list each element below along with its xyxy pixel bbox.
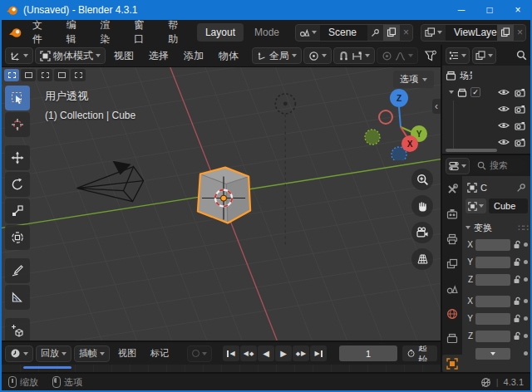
timeline-track[interactable] bbox=[2, 365, 441, 372]
outliner-display-mode-button[interactable] bbox=[472, 47, 496, 64]
tab-scene[interactable] bbox=[442, 280, 462, 297]
location-x-field[interactable] bbox=[475, 239, 510, 251]
animate-dot[interactable] bbox=[524, 243, 528, 247]
tab-tool[interactable] bbox=[442, 180, 462, 198]
expand-chevron-icon[interactable] bbox=[449, 91, 454, 94]
properties-editor-type-button[interactable] bbox=[446, 158, 470, 174]
menu-window[interactable]: 窗口 bbox=[127, 16, 160, 49]
gizmo-axis-x[interactable]: X bbox=[401, 135, 418, 152]
panel-drag-dots-icon[interactable]: ∷∷ bbox=[518, 223, 528, 233]
maximize-button[interactable]: □ bbox=[475, 0, 504, 20]
disable-render-camera-icon[interactable] bbox=[515, 105, 526, 114]
sidebar-collapse-arrow[interactable]: ‹ bbox=[432, 99, 441, 114]
animate-dot[interactable] bbox=[524, 334, 528, 338]
properties-search-input[interactable]: 搜索 bbox=[472, 159, 527, 173]
tool-measure[interactable] bbox=[5, 285, 30, 310]
select-subtract-button[interactable] bbox=[37, 69, 52, 81]
menu-add[interactable]: 添加 bbox=[177, 47, 210, 66]
scene-browse-button[interactable] bbox=[296, 25, 320, 41]
timeline-playhead[interactable] bbox=[23, 366, 71, 369]
jump-to-start-button[interactable]: ◀ bbox=[223, 345, 239, 361]
animate-dot[interactable] bbox=[524, 260, 528, 264]
pan-view-button[interactable] bbox=[411, 195, 433, 217]
object-id-browse[interactable] bbox=[466, 198, 486, 213]
view-layer-remove-button[interactable]: × bbox=[514, 25, 526, 41]
next-keyframe-button[interactable]: ◆▶ bbox=[293, 345, 309, 361]
collection-checkbox[interactable]: ✓ bbox=[470, 87, 480, 97]
filter-visibility-icon[interactable] bbox=[424, 50, 437, 62]
collection-row[interactable]: ✓ bbox=[446, 84, 529, 100]
transform-panel-header[interactable]: 变换 ∷∷ bbox=[466, 219, 528, 236]
disable-render-camera-icon[interactable] bbox=[515, 138, 526, 147]
unlock-icon[interactable] bbox=[513, 240, 521, 249]
disable-render-camera-icon[interactable] bbox=[515, 88, 526, 97]
outliner-object-row[interactable] bbox=[446, 117, 529, 134]
tool-scale[interactable] bbox=[5, 198, 30, 223]
unlock-icon[interactable] bbox=[513, 275, 521, 284]
blender-menu-logo-icon[interactable] bbox=[8, 27, 22, 39]
menu-view[interactable]: 视图 bbox=[107, 47, 140, 66]
hide-eye-icon[interactable] bbox=[498, 121, 510, 130]
gizmo-axis-neg-x[interactable] bbox=[379, 110, 392, 124]
workspace-tab-modeling[interactable]: Mode bbox=[246, 23, 288, 42]
animate-dot[interactable] bbox=[524, 351, 528, 355]
close-button[interactable]: × bbox=[504, 0, 532, 20]
pivot-point-selector[interactable] bbox=[303, 47, 332, 64]
object-name-field[interactable]: Cube bbox=[489, 198, 528, 213]
tab-output[interactable] bbox=[442, 230, 462, 247]
menu-select[interactable]: 选择 bbox=[142, 47, 175, 66]
menu-object[interactable]: 物体 bbox=[212, 47, 245, 66]
outliner-editor-type-button[interactable] bbox=[446, 47, 470, 64]
rotation-x-field[interactable] bbox=[475, 296, 510, 307]
tool-transform[interactable] bbox=[5, 225, 30, 250]
transform-orientation-selector[interactable]: 全局 bbox=[252, 47, 302, 64]
menu-help[interactable]: 帮助 bbox=[161, 16, 195, 49]
tab-render[interactable] bbox=[442, 205, 462, 223]
unlock-icon[interactable] bbox=[513, 331, 521, 341]
tab-object[interactable] bbox=[442, 355, 462, 372]
gizmo-axis-z[interactable]: Z bbox=[390, 89, 408, 107]
current-frame-field[interactable]: 1 bbox=[339, 345, 397, 361]
tool-move[interactable] bbox=[5, 145, 30, 170]
scene-pin-button[interactable] bbox=[367, 25, 383, 41]
tab-view-layer[interactable] bbox=[442, 255, 462, 272]
camera-view-button[interactable] bbox=[411, 222, 433, 243]
prev-keyframe-button[interactable]: ◀◆ bbox=[240, 345, 257, 361]
keying-menu[interactable]: 插帧 bbox=[74, 345, 110, 362]
unlock-icon[interactable] bbox=[513, 314, 521, 323]
location-z-field[interactable] bbox=[475, 274, 510, 286]
disable-render-camera-icon[interactable] bbox=[515, 121, 526, 130]
snap-magnet-icon[interactable] bbox=[338, 51, 349, 61]
auto-keying-toggle[interactable] bbox=[187, 345, 212, 362]
outliner-object-row[interactable] bbox=[446, 100, 529, 117]
select-set-button[interactable] bbox=[4, 69, 19, 81]
view-layer-name-field[interactable]: ViewLayer bbox=[446, 25, 497, 41]
tool-rotate[interactable] bbox=[5, 172, 30, 197]
tool-select-box[interactable] bbox=[5, 86, 30, 110]
start-frame-field[interactable]: 起始 bbox=[402, 345, 437, 361]
navigation-gizmo[interactable]: Z Y X bbox=[362, 77, 432, 160]
hide-eye-icon[interactable] bbox=[498, 138, 510, 146]
unlock-icon[interactable] bbox=[513, 296, 521, 306]
mode-selector[interactable]: 物体模式 bbox=[35, 47, 106, 64]
scene-name-field[interactable]: Scene bbox=[320, 25, 367, 41]
timeline-marker-menu[interactable]: 标记 bbox=[145, 345, 175, 362]
hide-eye-icon[interactable] bbox=[498, 105, 510, 113]
tool-add-cube[interactable] bbox=[5, 318, 30, 341]
outliner-scrollbar[interactable] bbox=[446, 149, 497, 152]
perspective-toggle-button[interactable] bbox=[411, 248, 433, 270]
minimize-button[interactable]: ─ bbox=[447, 0, 475, 20]
animate-dot[interactable] bbox=[524, 277, 528, 282]
scene-collection-row[interactable]: 场景集合 bbox=[446, 67, 529, 84]
menu-file[interactable]: 文件 bbox=[26, 16, 59, 49]
play-button[interactable]: ▶ bbox=[275, 345, 292, 361]
falloff-curve-icon[interactable] bbox=[395, 51, 406, 61]
animate-dot[interactable] bbox=[524, 299, 528, 303]
location-y-field[interactable] bbox=[475, 257, 510, 268]
breadcrumb-object-label[interactable]: C bbox=[480, 183, 487, 193]
search-icon[interactable] bbox=[516, 50, 527, 61]
rotation-y-field[interactable] bbox=[475, 313, 510, 325]
tab-collection[interactable] bbox=[442, 330, 462, 347]
scene-new-button[interactable] bbox=[383, 25, 400, 41]
viewport-3d[interactable]: 用户透视 (1) Collection | Cube 选项 bbox=[2, 66, 441, 341]
